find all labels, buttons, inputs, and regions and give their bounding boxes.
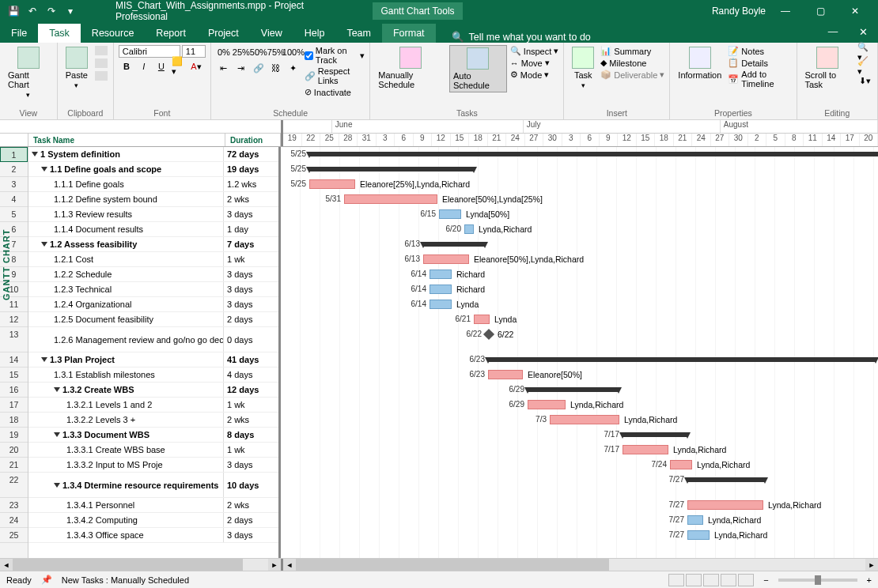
summary-button[interactable]: 📊 Summary (600, 45, 664, 57)
ribbon-close-icon[interactable]: ✕ (848, 21, 878, 43)
tab-report[interactable]: Report (145, 24, 197, 43)
task-bar[interactable] (423, 254, 469, 264)
task-bar[interactable] (550, 415, 619, 424)
task-bar[interactable] (474, 315, 490, 324)
view-btn-4[interactable] (721, 574, 736, 586)
outline-collapse-icon[interactable] (54, 432, 60, 437)
font-color-button[interactable]: A▾ (188, 59, 204, 74)
task-duration[interactable]: 2 days (223, 513, 278, 527)
task-duration[interactable]: 0 days (223, 327, 278, 352)
minimize-button[interactable]: — (770, 0, 800, 22)
format-painter-icon[interactable] (95, 71, 108, 81)
zoom-out-icon[interactable]: − (763, 575, 768, 585)
view-btn-3[interactable] (703, 574, 719, 586)
task-row[interactable]: 1.2.4 Organizational3 days (28, 297, 278, 312)
tab-view[interactable]: View (250, 24, 293, 43)
task-row[interactable]: 1.3.2 Create WBS12 days (28, 383, 278, 398)
pct-100[interactable]: 100% (286, 45, 301, 59)
row-number[interactable]: 17 (0, 398, 28, 413)
qat-more-icon[interactable]: ▾ (63, 4, 78, 18)
outline-collapse-icon[interactable] (41, 242, 47, 247)
gantt-chart-button[interactable]: Gantt Chart▾ (5, 45, 52, 100)
inactivate-button[interactable]: ⊘ Inactivate (305, 86, 365, 98)
tab-file[interactable]: File (0, 24, 38, 43)
task-row[interactable]: 1.1 Define goals and scope19 days (28, 162, 278, 177)
underline-button[interactable]: U (153, 59, 169, 74)
gantt-bar-area[interactable]: 5/255/255/25Eleanore[25%],Lynda,Richard5… (281, 147, 878, 583)
task-bar[interactable] (464, 224, 474, 234)
summary-bar[interactable] (687, 477, 765, 482)
task-row[interactable]: 1.1.4 Document results1 day (28, 222, 278, 237)
task-row[interactable]: 1.1.3 Review results3 days (28, 207, 278, 222)
task-duration[interactable]: 2 wks (223, 498, 278, 512)
task-row[interactable]: 1.3.3.2 Input to MS Proje3 days (28, 458, 278, 473)
summary-bar[interactable] (528, 387, 619, 392)
task-row[interactable]: 1.2.5 Document feasibility2 days (28, 312, 278, 327)
task-bar[interactable] (687, 500, 763, 510)
col-duration[interactable]: Duration (225, 134, 281, 146)
task-duration[interactable]: 8 days (223, 428, 278, 442)
row-number[interactable]: 19 (0, 428, 28, 443)
scroll-right-icon[interactable]: ► (268, 559, 281, 571)
tell-me-search[interactable]: 🔍 Tell me what you want to do (452, 31, 591, 43)
summary-bar[interactable] (423, 242, 485, 247)
task-row[interactable]: 1 System definition72 days (28, 147, 278, 162)
task-row[interactable]: 1.1.1 Define goals1.2 wks (28, 177, 278, 192)
task-bar[interactable] (488, 370, 523, 379)
view-btn-1[interactable] (668, 574, 684, 586)
summary-bar[interactable] (623, 432, 687, 437)
information-button[interactable]: Information (675, 45, 725, 81)
task-duration[interactable]: 2 wks (223, 413, 278, 427)
row-number[interactable]: 2 (0, 162, 28, 177)
row-number[interactable]: 3 (0, 177, 28, 192)
task-bar[interactable] (528, 400, 566, 409)
row-number[interactable]: 24 (0, 513, 28, 528)
task-duration[interactable]: 1 wk (223, 398, 278, 412)
task-duration[interactable]: 3 days (223, 282, 278, 296)
task-row[interactable]: 1.2.1 Cost1 wk (28, 252, 278, 267)
summary-bar[interactable] (309, 152, 878, 156)
mark-on-track-button[interactable]: Mark on Track ▾ (305, 45, 365, 66)
notes-button[interactable]: 📝 Notes (728, 45, 791, 57)
task-duration[interactable]: 1 day (223, 222, 278, 236)
outline-collapse-icon[interactable] (54, 387, 60, 392)
task-duration[interactable]: 12 days (223, 383, 278, 397)
task-duration[interactable]: 4 days (223, 368, 278, 382)
task-bar[interactable] (623, 445, 668, 454)
milestone-button[interactable]: ◆ Milestone (600, 57, 664, 69)
task-duration[interactable]: 3 days (223, 267, 278, 281)
task-row[interactable]: 1.1.2 Define system bound2 wks (28, 192, 278, 207)
view-switcher[interactable] (668, 574, 754, 586)
task-row[interactable]: 1.2.3 Technical3 days (28, 282, 278, 297)
task-duration[interactable]: 10 days (223, 473, 278, 497)
task-duration[interactable]: 7 days (223, 237, 278, 251)
task-row[interactable]: 1.3.3 Document WBS8 days (28, 428, 278, 443)
task-row[interactable]: 1.3.4.2 Computing2 days (28, 513, 278, 528)
task-row[interactable]: 1.2.2 Schedule3 days (28, 267, 278, 282)
close-button[interactable]: ✕ (840, 0, 870, 22)
task-row[interactable]: 1.2 Assess feasibility7 days (28, 237, 278, 252)
maximize-button[interactable]: ▢ (805, 0, 835, 22)
indent-icon[interactable]: ⇥ (233, 61, 249, 75)
row-number[interactable]: 13 (0, 327, 28, 352)
outline-collapse-icon[interactable] (54, 483, 60, 488)
task-duration[interactable]: 1.2 wks (223, 177, 278, 191)
task-duration[interactable]: 19 days (223, 162, 278, 176)
paste-button[interactable]: Paste▾ (62, 45, 91, 91)
task-row[interactable]: 1.3.1 Establish milestones4 days (28, 368, 278, 383)
respect-links-button[interactable]: 🔗 Respect Links (305, 66, 365, 86)
task-duration[interactable]: 72 days (223, 147, 278, 161)
task-bar[interactable] (687, 530, 710, 540)
task-bar[interactable] (670, 460, 692, 469)
row-number[interactable]: 16 (0, 383, 28, 398)
task-insert-button[interactable]: Task▾ (569, 45, 597, 91)
task-bar[interactable] (344, 194, 437, 204)
task-row[interactable]: 1.3.3.1 Create WBS base1 wk (28, 443, 278, 458)
pct-0[interactable]: 0% (216, 45, 232, 59)
scroll-to-task-button[interactable]: Scroll to Task (802, 45, 854, 91)
row-number[interactable]: 14 (0, 352, 28, 368)
view-btn-2[interactable] (686, 574, 702, 586)
auto-schedule-button[interactable]: Auto Schedule (449, 45, 507, 92)
task-bar[interactable] (439, 209, 461, 219)
details-button[interactable]: 📋 Details (728, 57, 791, 69)
